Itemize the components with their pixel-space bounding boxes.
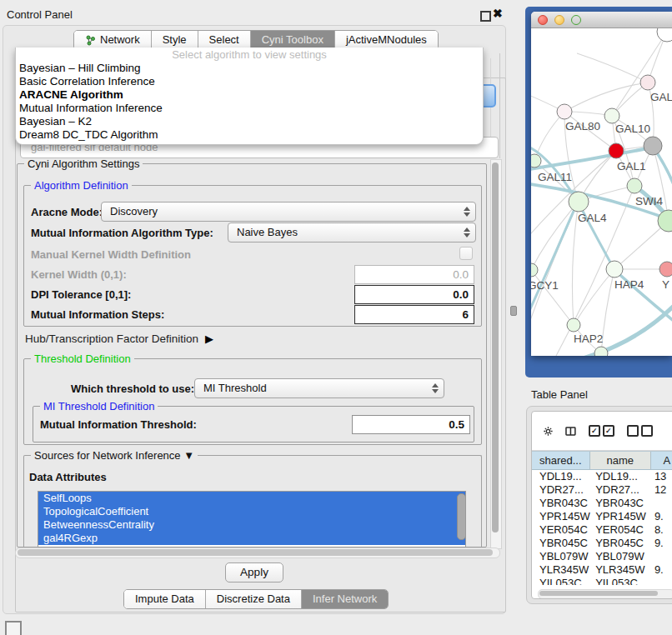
tab-style[interactable]: Style [151,31,198,49]
attribute-item-selfloops[interactable]: SelfLoops [38,492,465,505]
network-view-frame[interactable]: GALGAL80GAL10GAL1GAL11SWI4GAL4HAP4YGCY1H… [525,7,672,378]
which-threshold-combobox[interactable]: MI Threshold [194,378,444,398]
manual-kernel-checkbox[interactable] [459,247,473,260]
network-node-gal11[interactable] [531,154,541,168]
network-node-gal80[interactable] [557,104,572,119]
algorithm-option-bayesian-hill-climbing[interactable]: Bayesian – Hill Climbing [16,62,483,75]
kernel-width-field[interactable]: 0.0 [354,265,474,284]
zoom-window-icon[interactable] [571,15,581,25]
network-node-gcy1[interactable] [531,263,538,277]
table-row[interactable]: YBL079WYBL079W [532,550,672,563]
network-node-label: HAP4 [614,278,644,291]
tab-select[interactable]: Select [198,31,250,49]
tab-cyni-toolbox[interactable]: Cyni Toolbox [250,31,334,49]
network-edge-highlighted[interactable] [531,203,577,322]
mi-threshold-field[interactable]: 0.5 [352,415,470,434]
minimize-window-icon[interactable] [554,15,564,25]
float-panel-icon[interactable] [480,11,491,22]
network-edge[interactable] [531,202,579,270]
network-node-hap2[interactable] [567,318,580,332]
expand-arrow-icon[interactable]: ▶ [205,332,213,345]
table-row[interactable]: YDR27...YDR27...12 [532,483,672,497]
table-row[interactable]: YIL053CYIL053C [532,577,672,585]
column-header-shared[interactable]: shared... [532,452,590,469]
table-row[interactable]: YBR045CYBR045C9. [532,537,672,550]
network-node[interactable] [644,137,662,155]
network-node-y[interactable] [659,262,672,277]
algorithm-option-dream8-dc-tdc-algorithm[interactable]: Dream8 DC_TDC Algorithm [16,128,483,142]
column-header-a[interactable]: A [651,452,672,469]
network-node-gal1[interactable] [609,143,624,158]
network-node-label: GAL11 [538,171,572,183]
column-header-name[interactable]: name [590,452,651,469]
split-columns-icon[interactable] [565,424,576,438]
table-cell: 8. [651,523,672,537]
table-horizontal-scrollbar[interactable] [538,589,672,599]
table-row[interactable]: YDL19...YDL19...13 [532,470,672,483]
tab-jactivemnodules[interactable]: jActiveMNodules [334,31,438,49]
table-row[interactable]: YPR145WYPR145W9. [532,510,672,523]
algorithm-option-aracne-algorithm[interactable]: ARACNE Algorithm [16,88,483,102]
algorithm-dropdown-items: Bayesian – Hill ClimbingBasic Correlatio… [16,62,483,142]
control-panel-title: Control Panel [7,8,73,21]
mi-steps-field[interactable]: 6 [354,305,474,324]
attributes-scrollbar-thumb[interactable] [457,493,466,540]
split-pane-grip[interactable] [510,306,517,316]
table-row[interactable]: YER054CYER054C8. [532,523,672,537]
apply-button[interactable]: Apply [225,562,283,582]
check-all-icon[interactable]: ✓✓ [589,425,614,437]
table-row[interactable]: YBR043CYBR043C [532,497,672,510]
data-attributes-list[interactable]: SelfLoopsTopologicalCoefficientBetweenne… [38,491,466,548]
network-node[interactable] [594,347,608,356]
algorithm-option-basic-correlation-inference[interactable]: Basic Correlation Inference [16,75,483,88]
table-cell: 9. [651,563,672,577]
mi-type-combobox[interactable]: Naive Bayes [228,222,476,242]
docked-panel-icon[interactable] [5,621,22,635]
settings-vscrollbar-thumb[interactable] [492,162,499,532]
table-cell: YDL19... [532,470,592,483]
algorithm-option-mutual-information-inference[interactable]: Mutual Information Inference [16,102,483,115]
network-node-swi4[interactable] [627,178,642,193]
manual-kernel-label: Manual Kernel Width Definition [31,248,191,261]
close-window-icon[interactable] [538,15,548,25]
collapse-arrow-icon[interactable]: ▼ [183,449,194,462]
table-cell: YIL053C [592,577,651,585]
hub-transcription-label: Hub/Transcription Factor Definition [25,332,198,345]
table-cell: 13 [651,470,672,483]
network-node-gal[interactable] [640,75,655,90]
settings-horizontal-scrollbar[interactable] [15,548,500,558]
settings-hscrollbar-thumb[interactable] [18,549,493,556]
tab-discretize-data[interactable]: Discretize Data [205,590,301,608]
network-edge[interactable] [531,270,574,325]
tab-infer-network[interactable]: Infer Network [301,590,388,608]
dpi-tolerance-field[interactable]: 0.0 [354,285,474,304]
aracne-mode-combobox[interactable]: Discovery [101,202,476,222]
attribute-item-betweennesscentrality[interactable]: BetweennessCentrality [38,518,465,532]
close-panel-icon[interactable]: ✖ [493,6,503,21]
hub-transcription-section-header[interactable]: Hub/Transcription Factor Definition▶ [25,332,213,345]
table-row[interactable]: YLR345WYLR345W9. [532,563,672,577]
table-cell: YER054C [532,523,592,537]
network-node[interactable] [657,28,672,42]
network-edge[interactable] [601,269,614,353]
network-canvas[interactable]: GALGAL80GAL10GAL1GAL11SWI4GAL4HAP4YGCY1H… [531,28,672,356]
tab-impute-data[interactable]: Impute Data [124,590,205,608]
network-edge[interactable] [531,202,579,337]
network-edge[interactable] [564,82,648,112]
network-node-gal10[interactable] [604,108,619,123]
table-hscrollbar-thumb[interactable] [539,591,658,596]
tab-network[interactable]: Network [74,31,151,49]
uncheck-all-icon[interactable] [627,425,653,437]
attributes-list-scrollbar[interactable] [457,493,464,543]
cyni-algorithm-settings-title: Cyni Algorithm Settings [24,158,143,170]
network-node-hap4[interactable] [606,261,623,278]
tab-label: Impute Data [135,590,194,608]
attribute-item-topologicalcoefficient[interactable]: TopologicalCoefficient [38,505,465,518]
attribute-item-gal4rgexp[interactable]: gal4RGexp [38,532,465,545]
settings-vertical-scrollbar[interactable] [490,159,502,549]
network-window-titlebar[interactable] [531,12,672,28]
gear-icon[interactable] [544,424,553,438]
algorithm-option-bayesian-k2[interactable]: Bayesian – K2 [16,115,483,128]
network-node-gal4[interactable] [569,192,589,212]
network-graph[interactable]: GALGAL80GAL10GAL1GAL11SWI4GAL4HAP4YGCY1H… [531,28,672,356]
